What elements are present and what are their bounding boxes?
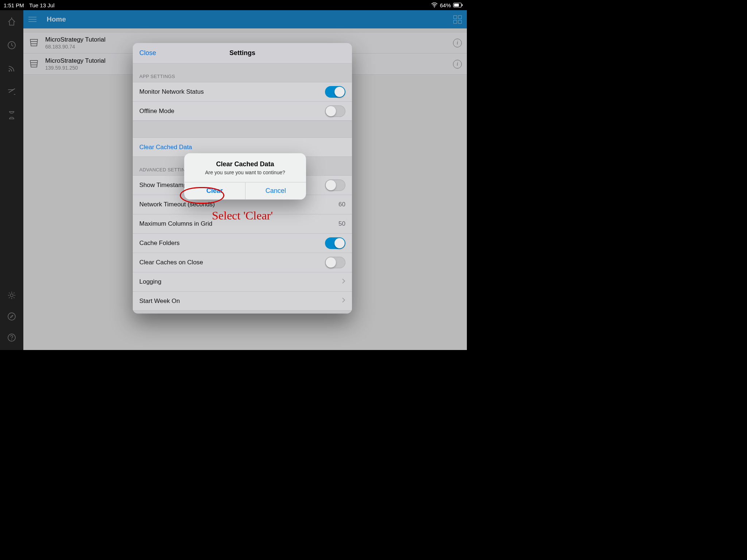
alert-backdrop[interactable]: Clear Cached Data Are you sure you want …: [23, 10, 467, 350]
edit-icon[interactable]: [7, 87, 17, 97]
status-date: Tue 13 Jul: [29, 2, 55, 8]
alert-message: Are you sure you want to continue?: [190, 170, 300, 175]
alert-dialog: Clear Cached Data Are you sure you want …: [184, 153, 306, 199]
hourglass-icon[interactable]: [7, 110, 17, 120]
svg-point-5: [9, 70, 10, 72]
status-bar: 1:51 PM Tue 13 Jul 64%: [0, 0, 467, 10]
alert-cancel-button[interactable]: Cancel: [245, 182, 306, 199]
gear-icon[interactable]: [7, 290, 17, 300]
svg-rect-2: [454, 4, 459, 7]
svg-point-7: [8, 313, 15, 320]
alert-clear-button[interactable]: Clear: [184, 182, 245, 199]
svg-point-9: [11, 339, 12, 340]
help-icon[interactable]: [7, 332, 17, 343]
alert-title: Clear Cached Data: [190, 160, 300, 168]
battery-icon: [453, 3, 463, 8]
status-time: 1:51 PM: [4, 2, 24, 8]
svg-point-6: [10, 294, 13, 297]
battery-percent: 64%: [440, 2, 451, 8]
home-icon[interactable]: [7, 17, 17, 27]
left-sidebar: [0, 10, 23, 350]
svg-point-0: [434, 7, 435, 8]
svg-rect-3: [462, 4, 462, 6]
wifi-icon: [431, 3, 438, 8]
rss-icon[interactable]: [7, 63, 17, 74]
compass-icon[interactable]: [7, 311, 17, 322]
clock-icon[interactable]: [7, 40, 17, 50]
